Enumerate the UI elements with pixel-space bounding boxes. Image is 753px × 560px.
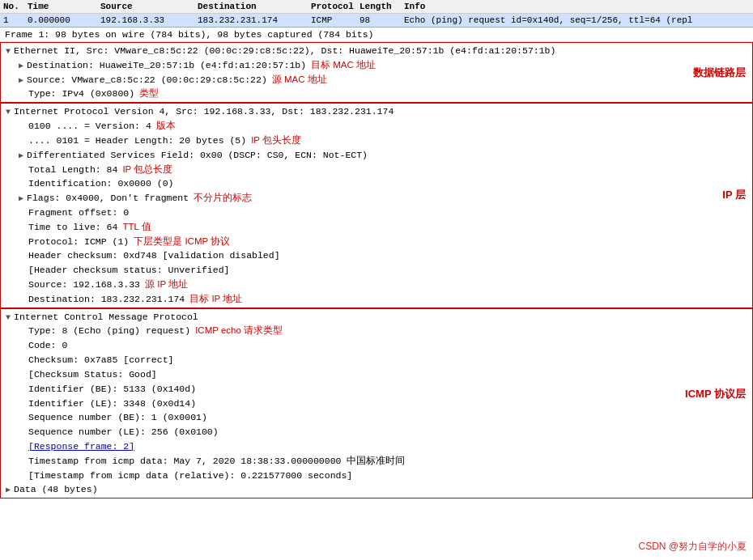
frame-summary: Frame 1: 98 bytes on wire (784 bits), 98… <box>0 28 753 42</box>
ip-dest-text: Destination: 183.232.231.174 <box>19 292 185 307</box>
col-header-dest: Destination <box>198 2 311 11</box>
ethernet-dest-arrow[interactable]: ▶ <box>19 60 23 73</box>
ip-checksum-status-line: [Header checksum status: Unverified] <box>6 263 747 278</box>
ethernet-section-label: 数据链路层 <box>693 66 746 80</box>
ip-dest-label: 目标 IP 地址 <box>189 292 242 307</box>
ip-source-line: Source: 192.168.3.33 源 IP 地址 <box>6 278 747 292</box>
icmp-data-text: Data (48 bytes) <box>14 482 98 497</box>
icmp-seq-le-text: Sequence number (LE): 256 (0x0100) <box>19 425 219 439</box>
packet-row[interactable]: 1 0.000000 192.168.3.33 183.232.231.174 … <box>0 14 753 28</box>
icmp-checksum-status-line: [Checksum Status: Good] <box>6 367 747 382</box>
ip-protocol-label: 下层类型是 ICMP 协议 <box>134 235 230 249</box>
ip-version-label: 版本 <box>156 119 176 134</box>
icmp-type-label: ICMP echo 请求类型 <box>195 324 283 338</box>
ip-headerlen-text: .... 0101 = Header Length: 20 bytes (5) <box>19 134 246 148</box>
icmp-timestamp-rel-text: [Timestamp from icmp data (relative): 0.… <box>19 469 352 483</box>
icmp-section-border: ▼ Internet Control Message Protocol Type… <box>0 308 753 499</box>
ip-flags-text: Flags: 0x4000, Don't fragment <box>27 191 189 206</box>
icmp-checksum-line: Checksum: 0x7a85 [correct] <box>6 353 747 367</box>
icmp-main-line[interactable]: ▼ Internet Control Message Protocol <box>6 310 747 325</box>
ip-flags-arrow[interactable]: ▶ <box>19 193 23 206</box>
col-header-protocol: Protocol <box>311 2 359 11</box>
ip-flags-line[interactable]: ▶ Flags: 0x4000, Don't fragment 不分片的标志 <box>6 191 747 206</box>
icmp-identifier-be-text: Identifier (BE): 5133 (0x140d) <box>19 382 196 397</box>
col-header-length: Length <box>359 2 404 11</box>
watermark: CSDN @努力自学的小夏 <box>638 540 747 554</box>
icmp-seq-be-line: Sequence number (BE): 1 (0x0001) <box>6 410 747 425</box>
icmp-type-text: Type: 8 (Echo (ping) request) <box>19 324 190 338</box>
ip-main-line[interactable]: ▼ Internet Protocol Version 4, Src: 192.… <box>6 104 747 119</box>
ethernet-type-text: Type: IPv4 (0x0800) <box>19 87 134 101</box>
packet-protocol: ICMP <box>311 15 359 25</box>
ethernet-source-text: Source: VMware_c8:5c:22 (00:0c:29:c8:5c:… <box>27 73 267 87</box>
icmp-seq-le-line: Sequence number (LE): 256 (0x0100) <box>6 425 747 439</box>
packet-info: Echo (ping) request id=0x140d, seq=1/256… <box>404 15 750 25</box>
col-header-no: No. <box>3 2 28 11</box>
ethernet-main-text: Ethernet II, Src: VMware_c8:5c:22 (00:0c… <box>14 44 555 58</box>
ip-ttl-label: TTL 值 <box>122 220 151 235</box>
icmp-checksum-status-text: [Checksum Status: Good] <box>19 367 157 382</box>
ip-flags-label: 不分片的标志 <box>194 191 252 206</box>
col-header-time: Time <box>28 2 100 11</box>
icmp-data-line[interactable]: ▶ Data (48 bytes) <box>6 482 747 497</box>
ethernet-dest-text: Destination: HuaweiTe_20:57:1b (e4:fd:a1… <box>27 58 306 73</box>
ip-dscp-line[interactable]: ▶ Differentiated Services Field: 0x00 (D… <box>6 148 747 163</box>
ethernet-type-label: 类型 <box>139 87 159 101</box>
icmp-checksum-text: Checksum: 0x7a85 [correct] <box>19 353 173 367</box>
ethernet-dest-line[interactable]: ▶ Destination: HuaweiTe_20:57:1b (e4:fd:… <box>6 58 747 73</box>
ip-checksum-text: Header checksum: 0xd748 [validation disa… <box>19 248 280 263</box>
ip-content: ▼ Internet Protocol Version 4, Src: 192.… <box>1 104 752 307</box>
icmp-type-line: Type: 8 (Echo (ping) request) ICMP echo … <box>6 324 747 338</box>
icmp-section-label: ICMP 协议层 <box>685 387 746 401</box>
ip-protocol-line: Protocol: ICMP (1) 下层类型是 ICMP 协议 <box>6 235 747 249</box>
ip-version-text: 0100 .... = Version: 4 <box>19 119 151 134</box>
ip-ttl-text: Time to live: 64 <box>19 220 117 235</box>
icmp-identifier-le-line: Identifier (LE): 3348 (0x0d14) <box>6 397 747 411</box>
ip-dest-line: Destination: 183.232.231.174 目标 IP 地址 <box>6 292 747 307</box>
icmp-section: ▼ Internet Control Message Protocol Type… <box>0 308 753 499</box>
icmp-timestamp-text: Timestamp from icmp data: May 7, 2020 18… <box>19 454 405 469</box>
ip-section-border: ▼ Internet Protocol Version 4, Src: 192.… <box>0 103 753 308</box>
ip-source-text: Source: 192.168.3.33 <box>19 278 140 292</box>
icmp-expand-arrow[interactable]: ▼ <box>6 312 11 325</box>
ethernet-type-line: Type: IPv4 (0x0800) 类型 <box>6 87 747 101</box>
icmp-response-line[interactable]: [Response frame: 2] <box>6 439 747 454</box>
packet-list-header: No. Time Source Destination Protocol Len… <box>0 0 753 14</box>
ethernet-source-line[interactable]: ▶ Source: VMware_c8:5c:22 (00:0c:29:c8:5… <box>6 73 747 87</box>
ip-section-label: IP 层 <box>722 188 746 202</box>
packet-length: 98 <box>359 15 404 25</box>
icmp-identifier-le-text: Identifier (LE): 3348 (0x0d14) <box>19 397 196 411</box>
ethernet-expand-arrow[interactable]: ▼ <box>6 45 11 58</box>
ip-totallen-label: IP 包总长度 <box>122 163 172 177</box>
icmp-timestamp-line: Timestamp from icmp data: May 7, 2020 18… <box>6 454 747 469</box>
packet-dest: 183.232.231.174 <box>198 15 311 25</box>
icmp-response-link[interactable]: [Response frame: 2] <box>19 439 134 454</box>
ethernet-source-label: 源 MAC 地址 <box>272 73 327 87</box>
ethernet-dest-label: 目标 MAC 地址 <box>311 58 376 73</box>
packet-source: 192.168.3.33 <box>100 15 198 25</box>
packet-time: 0.000000 <box>28 15 100 25</box>
ip-source-label: 源 IP 地址 <box>145 278 188 292</box>
ethernet-section: ▼ Ethernet II, Src: VMware_c8:5c:22 (00:… <box>0 42 753 103</box>
icmp-timestamp-rel-line: [Timestamp from icmp data (relative): 0.… <box>6 469 747 483</box>
ethernet-main-line[interactable]: ▼ Ethernet II, Src: VMware_c8:5c:22 (00:… <box>6 44 747 58</box>
ethernet-section-border: ▼ Ethernet II, Src: VMware_c8:5c:22 (00:… <box>0 42 753 103</box>
ip-fragment-text: Fragment offset: 0 <box>19 206 129 220</box>
icmp-identifier-be-line: Identifier (BE): 5133 (0x140d) <box>6 382 747 397</box>
ip-headerlen-line: .... 0101 = Header Length: 20 bytes (5) … <box>6 134 747 148</box>
col-header-source: Source <box>100 2 198 11</box>
ip-version-line: 0100 .... = Version: 4 版本 <box>6 119 747 134</box>
ethernet-content: ▼ Ethernet II, Src: VMware_c8:5c:22 (00:… <box>1 43 752 102</box>
ip-expand-arrow[interactable]: ▼ <box>6 106 11 119</box>
col-header-info: Info <box>404 2 750 11</box>
frame-summary-text: Frame 1: 98 bytes on wire (784 bits), 98… <box>5 29 373 40</box>
icmp-code-line: Code: 0 <box>6 338 747 353</box>
ip-dscp-arrow[interactable]: ▶ <box>19 150 23 163</box>
ethernet-source-arrow[interactable]: ▶ <box>19 74 23 87</box>
ip-headerlen-label: IP 包头长度 <box>251 134 301 148</box>
ip-identification-text: Identification: 0x0000 (0) <box>19 176 173 191</box>
ip-totallen-text: Total Length: 84 <box>19 163 117 177</box>
icmp-data-arrow[interactable]: ▶ <box>6 484 11 497</box>
ip-dscp-text: Differentiated Services Field: 0x00 (DSC… <box>27 148 368 163</box>
icmp-main-text: Internet Control Message Protocol <box>14 310 198 325</box>
